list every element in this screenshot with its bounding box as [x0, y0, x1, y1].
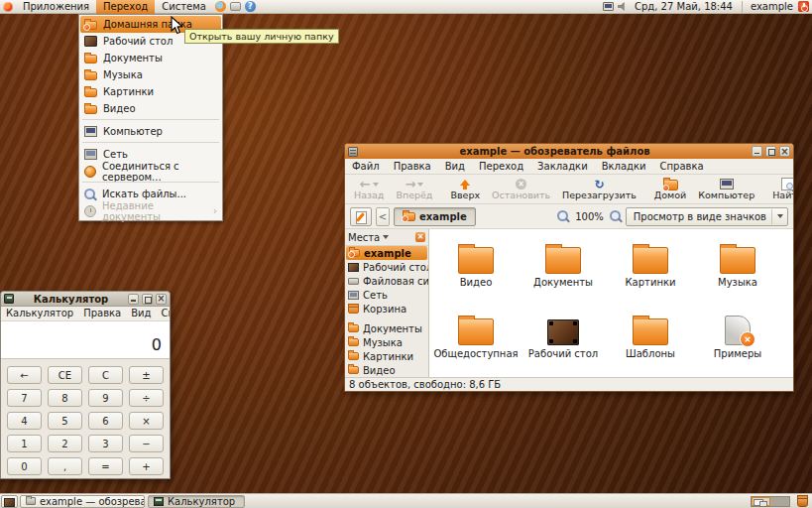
key-divide[interactable]: ÷: [129, 389, 164, 407]
stop-button[interactable]: Остановить: [486, 176, 556, 203]
file-item-music[interactable]: Музыка: [694, 235, 781, 307]
key-8[interactable]: 8: [48, 389, 82, 407]
key-2[interactable]: 2: [48, 435, 82, 452]
user-switcher[interactable]: example: [746, 1, 798, 12]
file-item-examples[interactable]: Примеры: [694, 307, 781, 378]
file-item-pictures[interactable]: Картинки: [607, 235, 694, 307]
file-item-documents[interactable]: Документы: [520, 235, 607, 307]
key-1[interactable]: 1: [7, 435, 42, 452]
network-manager-icon[interactable]: [603, 2, 614, 11]
key-plusminus[interactable]: ±: [129, 366, 164, 384]
close-button[interactable]: [156, 294, 167, 305]
maximize-button[interactable]: [765, 146, 776, 157]
menu-item-pictures[interactable]: Картинки: [80, 83, 221, 100]
menu-item-documents[interactable]: Документы: [80, 50, 221, 66]
file-item-templates[interactable]: Шаблоны: [607, 307, 694, 378]
menu-calculator[interactable]: Калькулятор: [1, 307, 78, 320]
menu-view[interactable]: Вид: [126, 307, 156, 320]
menu-item-connect-to-server[interactable]: Соединиться с сервером...: [80, 163, 221, 180]
system-menu[interactable]: Система: [155, 0, 213, 14]
menu-item-computer[interactable]: Компьютер: [80, 123, 221, 140]
file-item-public[interactable]: Общедоступная: [432, 307, 520, 378]
key-6[interactable]: 6: [88, 412, 123, 430]
back-button[interactable]: ← Назад: [348, 176, 390, 203]
back-dropdown-icon[interactable]: [373, 183, 379, 187]
menu-edit[interactable]: Правка: [78, 307, 126, 320]
menu-item-videos[interactable]: Видео: [80, 100, 221, 117]
help-icon[interactable]: [245, 1, 256, 12]
key-equals[interactable]: =: [88, 457, 123, 475]
close-button[interactable]: [779, 146, 790, 157]
workspace-2[interactable]: [770, 497, 789, 506]
key-subtract[interactable]: −: [129, 435, 164, 452]
key-clear-entry[interactable]: CE: [48, 366, 82, 384]
view-mode-select[interactable]: Просмотр в виде значков: [626, 207, 788, 226]
sidebar-item-filesystem[interactable]: Файловая сист...: [345, 274, 428, 288]
taskbar-window-file-manager[interactable]: example — обозреватель...: [20, 495, 145, 508]
edit-location-button[interactable]: [350, 207, 372, 226]
file-item-desktop[interactable]: Рабочий стол: [520, 307, 607, 378]
home-button[interactable]: Домой: [648, 176, 692, 203]
reload-button[interactable]: Перезагрузить: [556, 176, 642, 203]
forward-dropdown-icon[interactable]: [417, 183, 423, 187]
zoom-in-icon[interactable]: [610, 210, 622, 222]
menu-file[interactable]: Файл: [345, 160, 387, 174]
applications-menu[interactable]: Приложения: [16, 0, 96, 14]
workspace-1[interactable]: [752, 497, 770, 506]
minimize-button[interactable]: [128, 294, 139, 305]
sidebar-item-music[interactable]: Музыка: [345, 335, 428, 349]
key-4[interactable]: 4: [7, 412, 42, 430]
mail-launcher-icon[interactable]: [230, 2, 241, 11]
find-button[interactable]: Найти: [766, 176, 794, 203]
key-multiply[interactable]: ×: [129, 412, 164, 430]
key-clear[interactable]: C: [88, 366, 123, 384]
key-0[interactable]: 0: [7, 457, 42, 475]
sidebar-item-videos[interactable]: Видео: [345, 363, 428, 377]
sidebar-close-icon[interactable]: [415, 232, 425, 242]
key-5[interactable]: 5: [48, 412, 82, 430]
sidebar-header[interactable]: Места: [345, 229, 428, 246]
sidebar-item-documents[interactable]: Документы: [345, 321, 428, 335]
key-backspace[interactable]: ←: [7, 366, 42, 384]
sidebar-item-desktop[interactable]: Рабочий стол: [345, 260, 428, 274]
menu-view[interactable]: Вид: [438, 160, 472, 174]
workspace-switcher[interactable]: [751, 496, 790, 507]
calculator-titlebar[interactable]: Калькулятор: [1, 292, 170, 307]
sidebar-item-pictures[interactable]: Картинки: [345, 349, 428, 363]
menu-bookmarks[interactable]: Закладки: [530, 160, 595, 174]
key-9[interactable]: 9: [88, 389, 123, 407]
menu-edit[interactable]: Правка: [387, 160, 438, 174]
key-add[interactable]: +: [129, 457, 164, 475]
zoom-out-icon[interactable]: [557, 210, 569, 222]
sidebar-item-example[interactable]: example: [346, 246, 427, 260]
firefox-icon[interactable]: [215, 1, 226, 12]
ubuntu-logo-icon[interactable]: [3, 2, 13, 12]
key-decimal[interactable]: ,: [48, 457, 82, 475]
menu-help[interactable]: Справка: [157, 307, 171, 320]
clock[interactable]: Срд, 27 Май, 18:44: [629, 1, 739, 12]
key-7[interactable]: 7: [7, 389, 42, 407]
computer-button[interactable]: Компьютер: [692, 176, 760, 203]
places-menu-button[interactable]: Переход: [96, 0, 155, 14]
volume-icon[interactable]: [618, 2, 627, 11]
minimize-button[interactable]: [752, 146, 762, 157]
menu-item-music[interactable]: Музыка: [80, 66, 221, 83]
maximize-button[interactable]: [142, 294, 153, 305]
show-desktop-button[interactable]: [1, 495, 18, 508]
forward-button[interactable]: → Вперёд: [390, 176, 438, 203]
path-scroll-left-button[interactable]: [376, 207, 390, 226]
taskbar-window-calculator[interactable]: Калькулятор: [148, 495, 245, 508]
menu-go[interactable]: Переход: [472, 160, 530, 174]
sidebar-item-trash[interactable]: Корзина: [345, 302, 428, 316]
file-item-videos[interactable]: Видео: [432, 235, 520, 307]
quit-icon[interactable]: [798, 1, 809, 12]
calculator-window-icon: [4, 294, 14, 304]
key-3[interactable]: 3: [88, 435, 123, 452]
menu-help[interactable]: Справка: [653, 160, 711, 174]
file-manager-titlebar[interactable]: example — обозреватель файлов: [345, 144, 793, 159]
menu-tabs[interactable]: Вкладки: [595, 160, 653, 174]
sidebar-item-network[interactable]: Сеть: [345, 288, 428, 302]
path-button-example[interactable]: example: [394, 207, 476, 226]
trash-applet-icon[interactable]: [797, 496, 808, 507]
up-button[interactable]: Вверх: [444, 176, 486, 203]
